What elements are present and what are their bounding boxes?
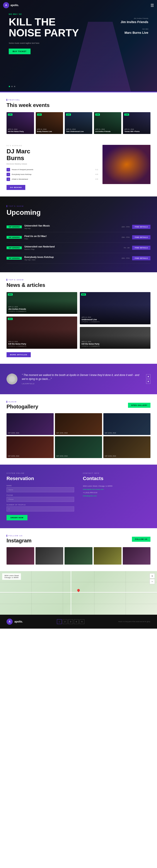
dj-track-time-1: 4:05 [95,174,98,175]
upcoming-date-1: SAT 22/03/2010 [6,236,22,239]
dj-photo [103,145,151,184]
follow-us-button[interactable]: FOLLOW US [132,537,151,542]
dj-track-1: 2 Everybody loves Ketchup 4:05 [6,173,98,176]
news-card-0[interactable]: NEW APR 12, 2016 Jim Invites Friends 2 P… [6,292,77,314]
hero-dot-1[interactable] [9,86,10,87]
gallery-item-5[interactable]: SAT 22/03, 2016 [103,436,151,458]
event-name-3: Lik Invites Friends [95,130,120,133]
map-pin-head [77,588,80,592]
news-card-title-1: Kill the Noise Party [8,343,75,345]
news-card-3[interactable]: APR 12, 2016 Kill the Noise Party 3 POST… [80,327,151,349]
upcoming-info-3: Everybody loves Ketchup Hip hop / Jazz [24,256,119,261]
gallery-item-3[interactable]: SAT 22/03, 2016 [6,436,54,458]
dj-track-name-1: Everybody loves Ketchup [12,174,93,175]
more-articles-button[interactable]: MORE ARTICLES [6,352,31,357]
contacts-email-link[interactable]: hello@apollo.com [83,495,97,497]
insta-item-1[interactable] [35,547,63,565]
insta-item-4[interactable] [123,547,151,565]
contacts-website: www.apollo-live-music.com [83,488,151,491]
event-date-1: APR 21, 2016 [37,128,62,130]
map-zoom-in-button[interactable]: + [150,573,155,579]
hero-right-tag1: Jim Invites Friends [121,18,148,20]
gallery-header: ALBUM Photogallery OPEN GALLERY [6,401,151,410]
hero-nav-dots [9,86,15,87]
buy-ticket-button[interactable]: BUY TICKET [9,49,30,54]
map-address-label: 3634 Lorem StreetChicago, IL 60555 [2,573,21,580]
logo-icon: A [3,2,9,8]
upcoming-find-btn-3[interactable]: FIND DETAILS [132,256,151,260]
hero-content: NO 052 / 22 Kill the Noise Party Some mu… [9,13,79,54]
footer-page-btn-3[interactable]: 3 [68,619,73,624]
open-gallery-button[interactable]: OPEN GALLERY [128,403,151,408]
news-card-1[interactable]: NEW APR 12, 2016 Kill the Noise Party 3 … [6,316,77,349]
upcoming-find-btn-1[interactable]: FIND DETAILS [132,235,151,239]
testimonial-next-arrow[interactable]: ▼ [146,379,151,384]
event-tag-3: LIVE [95,114,100,116]
instagram-header: FOLLOW US Instagram FOLLOW US [6,535,151,544]
contacts-info: 3634 Lorem Street, Chicago, IL 60555 www… [83,485,151,497]
event-info-2: APR 21, 2016 Tom Underwood Live [65,127,92,134]
event-name-0: Kill the Noise Party [8,130,33,133]
upcoming-row-1: SAT 22/03/2010 Find Us on DJ Mac! Files … [6,232,151,243]
event-card-3[interactable]: LIVE APR 21, 2016 Lik Invites Friends [94,112,122,134]
upcoming-find-btn-2[interactable]: FIND DETAILS [132,246,151,250]
news-card-meta-2: 2 POSTS • 1 COMMENTS [82,321,149,322]
map-line-v2 [63,571,63,615]
news-section-label: TOP'S SHOW [6,279,151,281]
gallery-item-tag-5: SAT 22/03, 2016 [105,455,116,457]
hero-title: Kill the Noise Party [9,17,79,38]
footer-page-btn-1[interactable]: 1 [57,619,62,624]
contacts-website-link[interactable]: www.apollo-live-music.com [83,488,104,490]
gallery-item-1[interactable]: SAT 22/03, 2016 [55,413,102,435]
reservation-people-label: Number of people [6,504,74,505]
insta-item-3[interactable] [94,547,122,565]
reservation-people-input[interactable] [6,506,74,512]
map-zoom-out-button[interactable]: − [150,579,155,584]
contacts-label: CONTACT INFO [83,472,151,474]
event-card-4[interactable]: LIVE APR 21, 2016 Tomas Will +Parks [123,112,151,134]
reservation-name-input[interactable] [6,487,74,492]
insta-item-2[interactable] [64,547,92,565]
news-card-info-2: APR 12, 2016 Underwood Live 2 POSTS • 1 … [80,315,151,324]
upcoming-date-2: SAT 22/03/2010 [6,246,22,249]
dj-desc: Electronic Mastery release [6,163,98,165]
order-now-button[interactable]: ORDER NOW [6,515,27,520]
insta-item-0[interactable] [6,547,34,565]
event-tag-2: LIVE [66,114,71,116]
news-card-2-top[interactable]: NEW APR 12, 2016 Underwood Live 2 POSTS … [80,292,151,324]
event-card-2[interactable]: LIVE APR 21, 2016 Tom Underwood Live [65,112,92,134]
gallery-item-overlay-0 [6,413,54,435]
footer-logo-icon: A [6,619,12,625]
event-card-1[interactable]: LIVE APR 21, 2016 Emily Graves Live [36,112,63,134]
contacts-col: CONTACT INFO Contacts 3634 Lorem Street,… [83,472,151,520]
gallery-header-left: ALBUM Photogallery [6,401,38,410]
upcoming-name-3: Everybody loves Ketchup [24,256,119,258]
news-right-col: NEW APR 12, 2016 Underwood Live 2 POSTS … [80,292,151,349]
instagram-header-left: FOLLOW US Instagram [6,535,32,544]
map-line-v3 [94,571,95,615]
instagram-label: FOLLOW US [6,535,32,537]
event-name-1: Emily Graves Live [37,130,62,133]
testimonial-prev-arrow[interactable]: ▲ [146,374,151,378]
reservation-phone-input[interactable] [6,497,74,502]
upcoming-find-btn-0[interactable]: FIND DETAILS [132,225,151,229]
hero-dot-2[interactable] [11,86,12,87]
gallery-item-tag-4: SAT 22/03, 2016 [56,455,68,457]
dj-behind-button[interactable]: GO BEHIND [6,185,25,190]
upcoming-section: TOP'S SHOW Upcoming SAT 22/03/2010 Unive… [0,196,157,272]
footer-page-btn-4[interactable]: 4 [74,619,79,624]
news-card-meta-3: 3 POSTS • 2 COMMENTS [82,345,149,347]
event-card-0[interactable]: LIVE APR 21, 2016 Kill the Noise Party [6,112,34,134]
hamburger-menu[interactable]: ☰ [151,3,154,8]
hero-dot-3[interactable] [14,86,15,87]
gallery-item-2[interactable]: SAT 22/03, 2016 [103,413,151,435]
upcoming-venue-1: Files [24,238,119,240]
events-section-title: This week events [6,102,151,108]
dj-track-2: 3 A Ball in Wonderland 3:55 [6,178,98,181]
footer-page-btn-2[interactable]: 2 [62,619,68,624]
dj-section: DJ'S BURNING DJ Marc Burns Electronic Ma… [0,138,157,196]
gallery-item-4[interactable]: SAT 22/03, 2016 [55,436,102,458]
gallery-item-0[interactable]: SAT 22/03, 2016 [6,413,54,435]
footer-page-btn-5[interactable]: 5 [80,619,84,624]
map-line-v1 [31,571,32,615]
